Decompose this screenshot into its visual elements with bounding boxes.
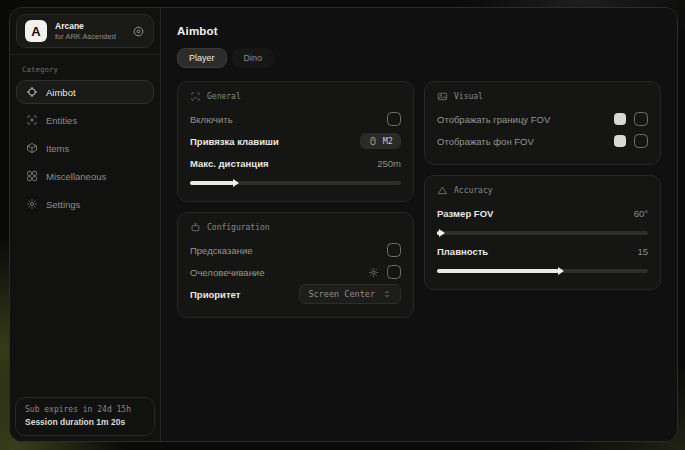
bot-icon	[190, 222, 201, 233]
box-icon	[26, 142, 38, 154]
card-title: Configuration	[207, 223, 270, 232]
sub-expires-text: Sub expires in 24d 15h	[25, 405, 145, 414]
fov-size-value: 60°	[634, 208, 648, 219]
category-label: Category	[10, 55, 160, 80]
app-logo: A	[25, 20, 47, 42]
visual-card: Visual Отображать границу FOV Отображать…	[424, 81, 661, 165]
humanization-label: Очеловечивание	[190, 267, 264, 278]
fov-bg-row: Отображать фон FOV	[437, 130, 648, 152]
sidebar-item-aimbot[interactable]: Aimbot	[16, 80, 154, 104]
sidebar-item-miscellaneous[interactable]: Miscellaneous	[16, 164, 154, 188]
session-info-card: Sub expires in 24d 15h Session duration …	[15, 397, 155, 436]
max-distance-label: Макс. дистанция	[190, 158, 269, 169]
app-subtitle: for ARK Ascended	[55, 32, 124, 41]
sidebar-item-settings[interactable]: Settings	[16, 192, 154, 216]
enable-checkbox[interactable]	[387, 112, 401, 126]
smoothness-value: 15	[637, 246, 648, 257]
sidebar-item-label: Miscellaneous	[46, 171, 106, 182]
mouse-icon	[368, 136, 378, 146]
app-window: A Arcane for ARK Ascended Category	[9, 7, 678, 442]
keybind-value: M2	[383, 136, 393, 146]
tab-player[interactable]: Player	[177, 48, 227, 68]
keybind-button[interactable]: M2	[360, 133, 401, 149]
priority-select[interactable]: Screen Center	[299, 284, 401, 304]
keybind-label: Привязка клавиши	[190, 136, 279, 147]
sidebar-nav: Aimbot Entities Items	[10, 80, 160, 220]
fov-size-slider[interactable]	[437, 231, 648, 235]
page-title: Aimbot	[177, 25, 661, 37]
accuracy-card: Accuracy Размер FOV 60° Плавность 15	[424, 175, 661, 290]
sidebar-item-label: Entities	[46, 115, 77, 126]
slider-fill	[437, 269, 559, 273]
sidebar-item-label: Settings	[46, 199, 80, 210]
target-icon[interactable]	[132, 25, 145, 38]
humanization-checkbox[interactable]	[387, 265, 401, 279]
smoothness-row: Плавность 15	[437, 240, 648, 262]
fov-bg-label: Отображать фон FOV	[437, 136, 534, 147]
slider-fill	[190, 181, 234, 185]
max-distance-value: 250m	[377, 158, 401, 169]
image-icon	[437, 91, 448, 102]
triangle-icon	[437, 185, 448, 196]
crosshair-icon	[26, 86, 38, 98]
fov-border-color-swatch[interactable]	[614, 113, 626, 125]
enable-label: Включить	[190, 114, 233, 125]
brand-text: Arcane for ARK Ascended	[55, 21, 124, 41]
priority-label: Приоритет	[190, 289, 240, 300]
keybind-row: Привязка клавиши M2	[190, 130, 401, 152]
fov-border-label: Отображать границу FOV	[437, 114, 550, 125]
brand-section: A Arcane for ARK Ascended	[10, 8, 160, 55]
fov-size-row: Размер FOV 60°	[437, 202, 648, 224]
main-content: Aimbot Player Dino General	[161, 8, 677, 441]
tab-bar: Player Dino	[177, 48, 661, 68]
scan-face-icon	[190, 91, 201, 102]
prediction-checkbox[interactable]	[387, 243, 401, 257]
sidebar-item-items[interactable]: Items	[16, 136, 154, 160]
scan-icon	[26, 114, 38, 126]
card-title: Accuracy	[454, 186, 493, 195]
slider-fill	[437, 231, 440, 235]
sidebar-item-entities[interactable]: Entities	[16, 108, 154, 132]
fov-border-checkbox[interactable]	[634, 112, 648, 126]
fov-bg-checkbox[interactable]	[634, 134, 648, 148]
card-title: General	[207, 92, 241, 101]
brand-card: A Arcane for ARK Ascended	[16, 14, 154, 48]
prediction-label: Предсказание	[190, 245, 253, 256]
sidebar: A Arcane for ARK Ascended Category	[10, 8, 161, 441]
session-duration-text: Session duration 1m 20s	[25, 417, 145, 427]
card-title: Visual	[454, 92, 483, 101]
humanization-settings-icon[interactable]	[368, 267, 379, 278]
gear-icon	[26, 198, 38, 210]
fov-border-row: Отображать границу FOV	[437, 108, 648, 130]
prediction-row: Предсказание	[190, 239, 401, 261]
app-name: Arcane	[55, 21, 124, 31]
sidebar-item-label: Items	[46, 143, 69, 154]
priority-value: Screen Center	[308, 289, 375, 299]
max-distance-slider[interactable]	[190, 181, 401, 185]
grid-icon	[26, 170, 38, 182]
humanization-row: Очеловечивание	[190, 261, 401, 283]
smoothness-slider[interactable]	[437, 269, 648, 273]
fov-size-label: Размер FOV	[437, 208, 493, 219]
chevrons-up-down-icon	[382, 289, 392, 299]
sidebar-item-label: Aimbot	[46, 87, 76, 98]
tab-dino[interactable]: Dino	[232, 48, 275, 68]
fov-bg-color-swatch[interactable]	[614, 135, 626, 147]
max-distance-row: Макс. дистанция 250m	[190, 152, 401, 174]
smoothness-label: Плавность	[437, 246, 488, 257]
enable-row: Включить	[190, 108, 401, 130]
general-card: General Включить Привязка клавиши	[177, 81, 414, 202]
priority-row: Приоритет Screen Center	[190, 283, 401, 305]
configuration-card: Configuration Предсказание Очеловечивани…	[177, 212, 414, 318]
